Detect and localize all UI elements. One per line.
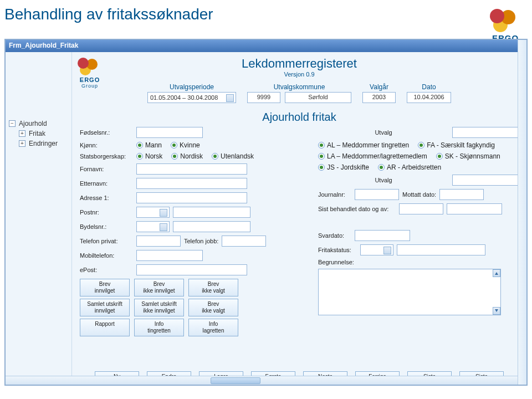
chevron-down-icon [386, 249, 390, 252]
sistbeh-av-field[interactable] [447, 203, 502, 214]
brev-innvilget-button[interactable]: Brev innvilget [80, 279, 130, 296]
app-name: Lekdommerregisteret [80, 57, 519, 71]
tlfpriv-field[interactable] [136, 236, 181, 247]
tree-root-label: Ajourhold [19, 120, 47, 127]
mottatt-field[interactable] [439, 189, 484, 200]
utvalg-sk-radio[interactable]: SK - Skjønnsmann [436, 152, 500, 160]
samlet-ikkeinnvilget-button[interactable]: Samlet utskrift ikke innvilget [134, 299, 184, 316]
tlfjobb-label: Telefon jobb: [184, 238, 218, 244]
epost-field[interactable] [136, 264, 247, 275]
utvalg-la-radio[interactable]: LA – Meddommer/lagrettemedlem [318, 152, 427, 160]
kjonn-mann-radio[interactable]: Mann [136, 141, 162, 149]
tree-fritak[interactable]: + Fritak [6, 129, 71, 139]
app-window: Frm_Ajourhold_Fritak − Ajourhold + Frita… [4, 39, 528, 386]
page-title: Behandling av fritakssøknader [0, 0, 532, 34]
fritakstatus-combo[interactable] [360, 244, 393, 255]
utvalgskommune-label: Utvalgskommune [247, 83, 351, 91]
adresse1-field[interactable] [136, 192, 247, 203]
utvalg-al-radio[interactable]: AL – Meddommer tingretten [318, 141, 409, 149]
mobil-field[interactable] [136, 250, 203, 261]
journalnr-field[interactable] [355, 189, 399, 200]
utvalg-ar-radio[interactable]: AR - Arbeidsretten [378, 163, 441, 171]
valgaar-label: Valgår [362, 83, 396, 91]
tree-collapse-icon[interactable]: − [9, 120, 16, 127]
fodselsnr-field[interactable] [136, 127, 203, 138]
chevron-down-icon [162, 226, 166, 228]
utvalg2-field[interactable] [452, 175, 519, 186]
tree-item-label: Endringer [29, 140, 58, 147]
utvalgsperiode-label: Utvalgsperiode [147, 83, 236, 91]
tlfjobb-field[interactable] [222, 236, 266, 247]
tree-expand-icon[interactable]: + [19, 130, 25, 137]
utvalg-field[interactable] [452, 127, 519, 138]
kjonn-label: Kjønn: [80, 142, 133, 149]
scroll-up-icon[interactable] [493, 269, 500, 277]
scrollbar-thumb[interactable] [211, 377, 260, 384]
statsb-nordisk-radio[interactable]: Nordisk [171, 152, 203, 160]
begrunnelse-textarea[interactable] [318, 269, 501, 315]
statsb-label: Statsborgerskap: [80, 153, 133, 160]
tree-expand-icon[interactable]: + [19, 140, 25, 147]
brand-sub-small: Group [78, 83, 102, 89]
utvalg2-label: Utvalg [318, 177, 449, 183]
radio-label: Mann [145, 141, 162, 149]
window-titlebar: Frm_Ajourhold_Fritak [6, 40, 526, 52]
app-version: Versjon 0.9 [80, 71, 519, 78]
radio-label: LA – Meddommer/lagrettemedlem [327, 152, 427, 160]
vertical-scrollbar[interactable] [518, 40, 526, 385]
section-title: Ajourhold fritak [80, 111, 519, 124]
scroll-down-icon[interactable] [493, 307, 500, 315]
dato-field[interactable]: 10.04.2006 [407, 92, 451, 103]
logo-rings-icon [490, 9, 521, 31]
etternavn-field[interactable] [136, 178, 247, 189]
tree-sidebar: − Ajourhold + Fritak + Endringer [6, 52, 72, 385]
valgaar-field[interactable]: 2003 [362, 92, 396, 103]
samlet-innvilget-button[interactable]: Samlet utskrift innvilget [80, 299, 130, 316]
postnr-combo[interactable] [136, 207, 170, 218]
fornavn-label: Fornavn: [80, 166, 133, 172]
fodselsnr-label: Fødselsnr.: [80, 129, 133, 136]
radio-label: Nordisk [180, 152, 203, 160]
radio-label: AR - Arbeidsretten [387, 163, 441, 171]
poststed-field[interactable] [173, 207, 250, 218]
radio-label: JS - Jordskifte [327, 163, 369, 171]
etternavn-label: Etternavn: [80, 180, 133, 187]
sistbeh-label: Sist behandlet dato og av: [318, 206, 396, 212]
tree-ajourhold[interactable]: − Ajourhold [6, 119, 71, 129]
rapport-button[interactable]: Rapport [80, 319, 130, 336]
info-tingretten-button[interactable]: Info tingretten [134, 319, 184, 336]
kommune-name-field[interactable]: Sørfold [285, 92, 351, 103]
fritakstatus-text[interactable] [397, 244, 485, 255]
main-panel: ERGO Group Lekdommerregisteret Versjon 0… [72, 52, 526, 385]
tlfpriv-label: Telefon privat: [80, 238, 133, 244]
svardato-field[interactable] [355, 230, 410, 241]
brev-ikkevalgt2-button[interactable]: Brev ikke valgt [188, 299, 238, 316]
radio-label: FA - Særskilt fagkyndig [427, 141, 495, 149]
radio-label: Kvinne [180, 141, 200, 149]
radio-label: AL – Meddommer tingretten [327, 141, 409, 149]
mottatt-label: Mottatt dato: [402, 191, 436, 198]
bydelsnr-label: Bydelsnr.: [80, 223, 133, 230]
kjonn-kvinne-radio[interactable]: Kvinne [171, 141, 200, 149]
sistbeh-dato-field[interactable] [399, 203, 443, 214]
statsb-utenlandsk-radio[interactable]: Utenlandsk [212, 152, 254, 160]
begrunnelse-label: Begrunnelse: [318, 259, 357, 265]
fornavn-field[interactable] [136, 163, 247, 175]
statsb-norsk-radio[interactable]: Norsk [136, 152, 162, 160]
brev-ikkeinnvilget-button[interactable]: Brev ikke innvilget [134, 279, 184, 296]
horizontal-scrollbar[interactable] [6, 376, 518, 385]
svardato-label: Svardato: [318, 232, 351, 239]
chevron-down-icon [229, 96, 232, 99]
utvalg-fa-radio[interactable]: FA - Særskilt fagkyndig [418, 141, 495, 149]
tree-endringer[interactable]: + Endringer [6, 139, 71, 149]
bydel-field[interactable] [173, 221, 250, 232]
utvalgsperiode-combo[interactable]: 01.05.2004 – 30.04.2008 [147, 92, 236, 103]
utvalg-js-radio[interactable]: JS - Jordskifte [318, 163, 369, 171]
brev-ikkevalgt-button[interactable]: Brev ikke valgt [188, 279, 238, 296]
chevron-down-icon [162, 211, 166, 214]
kommune-code-field[interactable]: 9999 [247, 92, 280, 103]
postnr-label: Postnr: [80, 209, 133, 216]
bydelsnr-combo[interactable] [136, 221, 170, 232]
dato-label: Dato [407, 83, 451, 91]
info-lagretten-button[interactable]: Info lagretten [188, 319, 238, 336]
